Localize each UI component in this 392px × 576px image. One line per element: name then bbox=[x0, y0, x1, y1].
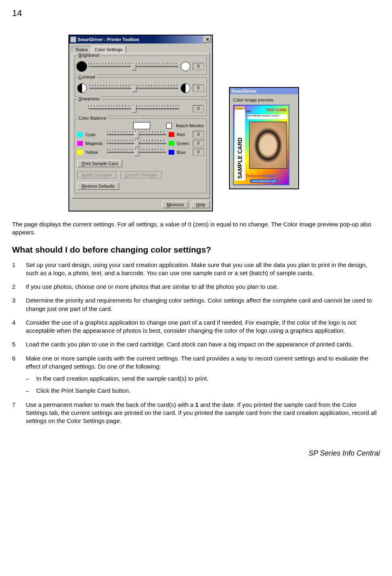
client-area: Status Color Settings Brightness 0 Contr… bbox=[69, 44, 212, 211]
red-label: Red bbox=[177, 132, 190, 137]
swatch-yellow bbox=[77, 150, 83, 155]
close-button[interactable]: ✕ bbox=[204, 36, 211, 43]
intro-paragraph: The page displays the current settings. … bbox=[12, 220, 380, 237]
magenta-label: Magenta bbox=[85, 141, 105, 146]
group-color-balance: Color Balance Match Monitor Cyan Red bbox=[74, 118, 207, 193]
sample-card: 12345- 12345/12345 SAMPLE CARD TEST CARD… bbox=[233, 105, 289, 185]
section-heading: What should I do before changing color s… bbox=[12, 245, 380, 255]
card-test-label: TEST CARD bbox=[266, 108, 287, 112]
match-monitor-checkbox[interactable] bbox=[166, 123, 172, 128]
match-monitor-label: Match Monitor bbox=[176, 123, 204, 128]
blue-label: Blue bbox=[177, 150, 190, 155]
balance-preview bbox=[133, 122, 150, 129]
card-side-text: SAMPLE CARD bbox=[235, 110, 245, 180]
cancel-changes-button[interactable]: Cancel Changes bbox=[120, 171, 162, 178]
brightness-label: Brightness bbox=[77, 53, 101, 58]
color-balance-label: Color Balance bbox=[77, 116, 107, 120]
card-strip: abcdefghijklmnopqrst uvwxyz bbox=[248, 114, 287, 119]
step-3: Determine the priority and requirements … bbox=[12, 296, 380, 313]
card-photo bbox=[249, 122, 287, 169]
swatch-cyan bbox=[77, 132, 83, 137]
yellow-blue-slider[interactable] bbox=[107, 149, 166, 156]
toolbox-window: SmartDriver - Printer Toolbox ✕ Status C… bbox=[68, 35, 213, 211]
apply-changes-button[interactable]: Apply Changes bbox=[77, 171, 116, 178]
app-icon bbox=[70, 37, 76, 42]
contrast-value: 0 bbox=[193, 85, 204, 92]
group-contrast: Contrast 0 bbox=[74, 77, 207, 97]
preview-title: SmartDriver bbox=[230, 88, 298, 94]
cyan-red-value: 0 bbox=[193, 131, 204, 138]
yellow-label: Yellow bbox=[85, 150, 105, 155]
brightness-value: 0 bbox=[193, 63, 204, 70]
green-label: Green bbox=[177, 141, 190, 146]
step-7: Use a permanent marker to mark the back … bbox=[12, 401, 380, 425]
tab-panel: Brightness 0 Contrast 0 bbox=[72, 53, 210, 199]
step-6a: In the card creation application, send t… bbox=[26, 375, 380, 383]
step-6: Make one or more sample cards with the c… bbox=[12, 354, 380, 395]
preview-window: SmartDriver Color image preview 12345- 1… bbox=[229, 87, 299, 189]
card-brand: DatacardGroup bbox=[246, 174, 275, 178]
step-4: Consider the use of a graphics applicati… bbox=[12, 319, 380, 335]
sharpness-slider[interactable] bbox=[89, 105, 179, 112]
footer: SP Series Info Central bbox=[12, 449, 380, 458]
group-brightness: Brightness 0 bbox=[74, 56, 207, 75]
sun-dark-icon bbox=[77, 62, 86, 71]
sharpness-label: Sharpness bbox=[77, 96, 101, 101]
steps-list: Set up your card design, using your card… bbox=[12, 261, 380, 425]
swatch-magenta bbox=[77, 141, 83, 146]
preview-label: Color image preview bbox=[233, 97, 295, 102]
step-1: Set up your card design, using your card… bbox=[12, 261, 380, 278]
yellow-blue-value: 0 bbox=[193, 149, 204, 156]
contrast-slider[interactable] bbox=[89, 85, 178, 92]
contrast-label: Contrast bbox=[77, 75, 97, 79]
step-6b: Click the Print Sample Card button. bbox=[26, 387, 380, 395]
tab-bar: Status Color Settings bbox=[72, 46, 210, 53]
step-2: If you use photos, choose one or more ph… bbox=[12, 283, 380, 291]
swatch-red bbox=[169, 132, 174, 137]
swatch-green bbox=[169, 141, 174, 146]
print-sample-button[interactable]: Print Sample Card bbox=[77, 160, 122, 167]
magenta-green-slider[interactable] bbox=[107, 140, 166, 147]
cyan-red-slider[interactable] bbox=[107, 131, 166, 138]
window-title: SmartDriver - Printer Toolbox bbox=[78, 37, 139, 42]
page-number: 14 bbox=[12, 8, 380, 19]
help-button[interactable]: Help bbox=[192, 201, 210, 208]
sharpness-value: 0 bbox=[193, 105, 204, 112]
step-5: Load the cards you plan to use in the ca… bbox=[12, 340, 380, 348]
swatch-blue bbox=[169, 150, 174, 155]
sun-light-icon bbox=[181, 62, 190, 71]
titlebar: SmartDriver - Printer Toolbox ✕ bbox=[69, 35, 212, 44]
cyan-label: Cyan bbox=[85, 132, 105, 137]
contrast-low-icon bbox=[77, 83, 87, 93]
tab-status[interactable]: Status bbox=[72, 46, 91, 53]
group-sharpness: Sharpness 0 bbox=[74, 99, 207, 116]
magenta-green-value: 0 bbox=[193, 140, 204, 147]
contrast-high-icon bbox=[181, 83, 190, 93]
restore-defaults-button[interactable]: Restore Defaults bbox=[77, 182, 119, 190]
tab-color-settings[interactable]: Color Settings bbox=[91, 46, 126, 53]
step-6-sublist: In the card creation application, send t… bbox=[26, 375, 380, 395]
minimize-button[interactable]: Minimize bbox=[162, 201, 188, 208]
brightness-slider[interactable] bbox=[89, 63, 178, 70]
card-url: www.datacard.com bbox=[250, 179, 279, 183]
screenshots: SmartDriver - Printer Toolbox ✕ Status C… bbox=[68, 35, 380, 211]
